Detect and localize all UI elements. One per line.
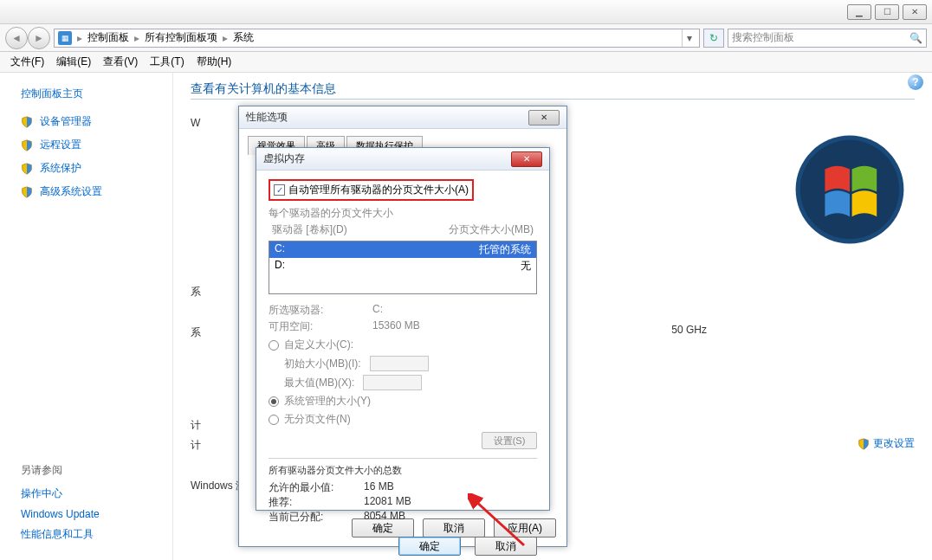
recommended-row: 推荐: 12081 MB [269, 495, 537, 510]
drive-list-headers: 驱动器 [卷标](D) 分页文件大小(MB) [269, 221, 537, 239]
sidebar-item-device-manager[interactable]: 设备管理器 [0, 110, 172, 133]
totals-group: 所有驱动器分页文件大小的总数 允许的最小值: 16 MB 推荐: 12081 M… [269, 458, 537, 525]
address-bar[interactable]: ▦ ▸ 控制面板 ▸ 所有控制面板项 ▸ 系统 ▾ [54, 29, 700, 48]
page-heading: 查看有关计算机的基本信息 [191, 81, 915, 100]
shield-icon [21, 138, 33, 152]
free-space-label: 可用空间: [269, 319, 355, 334]
radio-system-managed[interactable]: 系统管理的大小(Y) [269, 394, 537, 409]
radio-no-paging[interactable]: 无分页文件(N) [269, 412, 537, 427]
recommended-label: 推荐: [269, 495, 364, 510]
radio-icon [269, 340, 279, 351]
navigation-bar: ◄ ► ▦ ▸ 控制面板 ▸ 所有控制面板项 ▸ 系统 ▾ ↻ 搜索控制面板 🔍 [0, 24, 932, 52]
menu-view[interactable]: 查看(V) [103, 55, 138, 69]
shield-icon [21, 162, 33, 176]
drive-letter: C: [275, 242, 285, 257]
breadcrumb-sep-icon: ▸ [77, 32, 82, 44]
sidebar-home-link[interactable]: 控制面板主页 [0, 83, 172, 110]
menu-file[interactable]: 文件(F) [10, 55, 44, 69]
nav-back-forward: ◄ ► [5, 27, 50, 49]
sidebar-item-label: 系统保护 [40, 161, 81, 176]
nav-back-button[interactable]: ◄ [5, 27, 28, 49]
max-size-input[interactable] [363, 375, 422, 390]
see-also-performance-info[interactable]: 性能信息和工具 [0, 524, 172, 545]
shield-icon [858, 437, 870, 451]
window-minimize-button[interactable] [847, 4, 871, 20]
window-titlebar [0, 0, 932, 24]
cancel-button[interactable]: 取消 [475, 537, 537, 556]
current-row: 当前已分配: 8054 MB [269, 510, 537, 525]
col-drive: 驱动器 [卷标](D) [272, 222, 347, 237]
initial-size-label: 初始大小(MB)(I): [284, 357, 361, 371]
dialog-titlebar[interactable]: 虚拟内存 ✕ [256, 148, 549, 171]
recommended-value: 12081 MB [364, 495, 411, 510]
search-icon: 🔍 [909, 32, 922, 44]
nav-forward-button[interactable]: ► [28, 27, 50, 49]
min-allowed-row: 允许的最小值: 16 MB [269, 480, 537, 495]
window-maximize-button[interactable] [875, 4, 899, 20]
windows-logo-icon [793, 133, 906, 246]
set-button[interactable]: 设置(S) [482, 432, 537, 449]
menu-edit[interactable]: 编辑(E) [56, 55, 91, 69]
dialog-close-button[interactable]: ✕ [511, 151, 542, 167]
breadcrumb-leaf[interactable]: 系统 [233, 30, 254, 45]
totals-title: 所有驱动器分页文件大小的总数 [269, 464, 537, 477]
see-also-action-center[interactable]: 操作中心 [0, 483, 172, 505]
sidebar: 控制面板主页 设备管理器 远程设置 系统保护 高级系统设置 另请参阅 操作中心 … [0, 73, 173, 560]
window-close-button[interactable] [903, 4, 927, 20]
sidebar-item-system-protection[interactable]: 系统保护 [0, 157, 172, 180]
current-value: 8054 MB [364, 510, 405, 525]
breadcrumb-sep-icon: ▸ [223, 32, 228, 44]
radio-icon [269, 415, 279, 425]
drive-row[interactable]: C: 托管的系统 [269, 241, 536, 258]
drive-paging-value: 托管的系统 [479, 242, 531, 257]
drive-list[interactable]: C: 托管的系统 D: 无 [269, 241, 537, 294]
search-input[interactable]: 搜索控制面板 🔍 [728, 29, 927, 48]
see-also-windows-update[interactable]: Windows Update [0, 505, 172, 524]
selected-drive-label: 所选驱动器: [269, 303, 355, 318]
initial-size-input[interactable] [370, 356, 429, 371]
sidebar-item-advanced-system-settings[interactable]: 高级系统设置 [0, 180, 172, 203]
dialog-button-row: 确定 取消 [269, 537, 537, 556]
search-placeholder: 搜索控制面板 [732, 30, 794, 45]
radio-custom-size[interactable]: 自定义大小(C): [269, 338, 537, 352]
menu-help[interactable]: 帮助(H) [197, 55, 232, 69]
drive-paging-value: 无 [521, 259, 531, 274]
dialog-title: 性能选项 [246, 110, 288, 125]
auto-manage-label: 自动管理所有驱动器的分页文件大小(A) [288, 183, 469, 197]
change-settings-link[interactable]: 更改设置 [858, 436, 915, 451]
free-space-row: 可用空间: 15360 MB [269, 319, 537, 334]
ok-button[interactable]: 确定 [398, 537, 461, 556]
sidebar-item-label: 高级系统设置 [40, 184, 102, 199]
dialog-body: ✓ 自动管理所有驱动器的分页文件大小(A) 每个驱动器的分页文件大小 驱动器 [… [256, 171, 549, 560]
radio-label: 自定义大小(C): [284, 338, 353, 352]
dialog-titlebar[interactable]: 性能选项 ✕ [239, 106, 566, 129]
menu-tools[interactable]: 工具(T) [150, 55, 184, 69]
breadcrumb-root[interactable]: 控制面板 [87, 30, 129, 45]
selected-drive-row: 所选驱动器: C: [269, 303, 537, 318]
max-size-row: 最大值(MB)(X): [269, 375, 537, 390]
sidebar-item-label: 远程设置 [40, 138, 81, 152]
virtual-memory-dialog: 虚拟内存 ✕ ✓ 自动管理所有驱动器的分页文件大小(A) 每个驱动器的分页文件大… [256, 147, 550, 511]
shield-icon [21, 115, 33, 129]
menu-bar: 文件(F) 编辑(E) 查看(V) 工具(T) 帮助(H) [0, 52, 932, 73]
address-dropdown-button[interactable]: ▾ [682, 29, 696, 47]
free-space-value: 15360 MB [372, 319, 420, 334]
cpu-ghz-value: 50 GHz [671, 324, 707, 336]
breadcrumb-mid[interactable]: 所有控制面板项 [145, 30, 217, 45]
radio-icon [269, 396, 279, 407]
see-also-label: 另请参阅 [0, 463, 172, 483]
auto-manage-checkbox[interactable]: ✓ [274, 184, 285, 196]
dialog-close-button[interactable]: ✕ [528, 110, 560, 126]
set-button-row: 设置(S) [269, 432, 537, 449]
max-size-label: 最大值(MB)(X): [284, 376, 354, 390]
refresh-button[interactable]: ↻ [703, 29, 724, 48]
drive-row[interactable]: D: 无 [269, 258, 536, 274]
control-panel-icon: ▦ [58, 31, 72, 45]
help-icon[interactable]: ? [908, 74, 923, 90]
min-allowed-label: 允许的最小值: [269, 480, 364, 495]
dialog-title: 虚拟内存 [263, 151, 305, 166]
min-allowed-value: 16 MB [364, 480, 394, 495]
highlighted-checkbox-area: ✓ 自动管理所有驱动器的分页文件大小(A) [269, 179, 474, 201]
selected-drive-value: C: [372, 303, 383, 318]
sidebar-item-remote-settings[interactable]: 远程设置 [0, 133, 172, 157]
